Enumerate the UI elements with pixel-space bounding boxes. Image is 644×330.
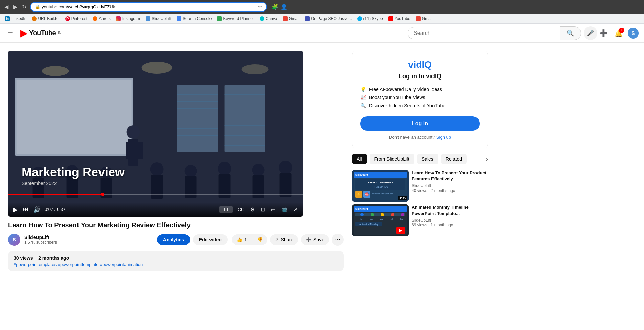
gmail2-icon bbox=[416, 16, 421, 21]
search-form: 🔍 🎤 bbox=[408, 26, 597, 40]
more-icon: ⋯ bbox=[335, 236, 340, 243]
sidebar: vidIQ Log in to vidIQ 💡 Free AI-powered … bbox=[352, 51, 488, 271]
related-video-2-meta: 69 views · 1 month ago bbox=[412, 223, 488, 227]
channel-row: S SlideUpLift 1.57K subscribers Analytic… bbox=[8, 234, 344, 246]
tab-related[interactable]: Related bbox=[441, 154, 467, 164]
channel-avatar[interactable]: S bbox=[8, 234, 20, 246]
theater-mode-button[interactable]: ▭ bbox=[270, 206, 277, 213]
tab-from-slideuplift[interactable]: From SlideUpLift bbox=[370, 154, 414, 164]
bookmark-search-console[interactable]: Search Console bbox=[174, 15, 214, 22]
bookmark-url-builder[interactable]: URL Builder bbox=[29, 15, 62, 22]
edit-video-button[interactable]: Edit video bbox=[193, 234, 228, 245]
bookmark-keyword-planner[interactable]: Keyword Planner bbox=[215, 15, 256, 22]
svg-rect-42 bbox=[8, 51, 303, 217]
svg-point-61 bbox=[371, 213, 374, 216]
save-button[interactable]: ➕ Save bbox=[301, 234, 329, 245]
related-video-2[interactable]: SlideUpLift Jan Mar May Jul Sep bbox=[352, 204, 488, 236]
address-bar[interactable] bbox=[42, 4, 256, 9]
play-button[interactable]: ▶ bbox=[12, 205, 18, 214]
search-button[interactable]: 🔍 bbox=[560, 26, 581, 40]
vidiq-title: Log in to vidIQ bbox=[360, 73, 480, 80]
address-bar-container[interactable]: 🔒 ☆ bbox=[30, 2, 267, 12]
like-dislike-group: 👍 1 👎 bbox=[232, 234, 267, 245]
bookmark-linkedin[interactable]: in LinkedIn bbox=[3, 15, 29, 22]
tab-all[interactable]: All bbox=[352, 154, 367, 164]
video-progress-bar[interactable] bbox=[8, 194, 303, 195]
search-console-icon bbox=[177, 16, 181, 21]
video-progress-filled bbox=[8, 194, 103, 195]
skip-button[interactable]: ⏭ bbox=[22, 205, 29, 214]
more-actions-button[interactable]: ⋯ bbox=[332, 234, 344, 246]
svg-point-63 bbox=[391, 213, 394, 216]
vidiq-login-button[interactable]: Log in bbox=[360, 116, 480, 131]
forward-button[interactable]: ▶ bbox=[12, 3, 19, 11]
vidiq-signup-link[interactable]: Sign up bbox=[436, 135, 451, 140]
slideuplift-icon bbox=[146, 16, 150, 21]
channel-name[interactable]: SlideUpLift bbox=[24, 235, 153, 240]
analytics-button[interactable]: Analytics bbox=[157, 234, 190, 245]
related-video-2-channel: SlideUpLift bbox=[412, 218, 488, 223]
view-count: 30 views bbox=[14, 255, 33, 261]
tabs-scroll-right[interactable]: › bbox=[486, 156, 488, 163]
subtitles-button[interactable]: CC bbox=[236, 206, 246, 213]
bookmark-instagram[interactable]: Instagram bbox=[114, 15, 142, 22]
tab-sales[interactable]: Sales bbox=[417, 154, 438, 164]
hamburger-menu[interactable]: ☰ bbox=[5, 27, 15, 39]
svg-text:Jan: Jan bbox=[360, 218, 362, 220]
reload-button[interactable]: ↻ bbox=[20, 3, 28, 11]
bookmark-canva[interactable]: Canva bbox=[257, 15, 280, 22]
vidiq-signup-text: Don't have an account? bbox=[389, 135, 435, 140]
ahrefs-icon bbox=[93, 16, 97, 21]
chapters-button[interactable]: ⏸⏸ bbox=[219, 206, 233, 213]
thumbs-down-icon: 👎 bbox=[257, 237, 263, 242]
video-tags[interactable]: #powerpointtemplates #powerpointtemplate… bbox=[14, 262, 338, 267]
create-button[interactable]: ➕ bbox=[597, 27, 610, 39]
share-button[interactable]: ↗ Share bbox=[270, 234, 298, 245]
video-player[interactable]: Marketing Review September 2022 ▶ ⏭ 🔊 0:… bbox=[8, 51, 303, 217]
bookmark-gmail2[interactable]: Gmail bbox=[414, 15, 435, 22]
fullscreen-button[interactable]: ⤢ bbox=[292, 206, 299, 213]
bookmark-star-icon[interactable]: ☆ bbox=[258, 4, 262, 10]
youtube-logo[interactable]: ▶ YouTube IN bbox=[20, 27, 61, 39]
like-button[interactable]: 👍 1 bbox=[232, 234, 252, 245]
svg-text:▶: ▶ bbox=[399, 228, 402, 232]
notifications-button[interactable]: 🔔 1 bbox=[613, 27, 625, 39]
video-background bbox=[8, 51, 303, 217]
bookmark-youtube[interactable]: YouTube bbox=[386, 15, 413, 22]
vidiq-logo-prefix: vid bbox=[408, 59, 422, 70]
profile-button[interactable]: 👤 bbox=[281, 4, 287, 10]
mute-button[interactable]: 🔊 bbox=[32, 205, 41, 214]
extensions-button[interactable]: 🧩 bbox=[272, 4, 279, 10]
bookmark-pinterest[interactable]: P Pinterest bbox=[63, 15, 90, 22]
miniplayer-button[interactable]: ⊡ bbox=[260, 206, 266, 213]
more-button[interactable]: ⋮ bbox=[289, 4, 295, 10]
back-button[interactable]: ◀ bbox=[3, 3, 10, 11]
bookmark-skype[interactable]: (11) Skype bbox=[355, 15, 385, 22]
settings-button[interactable]: ⚙ bbox=[249, 206, 256, 213]
youtube-header: ☰ ▶ YouTube IN 🔍 🎤 ➕ 🔔 1 S bbox=[0, 24, 644, 43]
dislike-button[interactable]: 👎 bbox=[252, 234, 267, 245]
browser-nav-buttons: ◀ ▶ ↻ bbox=[3, 3, 28, 11]
related-tabs: All From SlideUpLift Sales Related › bbox=[352, 154, 488, 164]
vidiq-signup-row: Don't have an account? Sign up bbox=[360, 135, 480, 140]
bookmark-slideuuplift[interactable]: SlideUpLift bbox=[143, 15, 174, 22]
cast-button[interactable]: 📺 bbox=[280, 206, 289, 213]
search-input[interactable] bbox=[408, 27, 560, 39]
vidiq-widget: vidIQ Log in to vidIQ 💡 Free AI-powered … bbox=[352, 51, 488, 148]
video-overlay-date: September 2022 bbox=[22, 181, 125, 186]
related-video-1-channel: SlideUpLift bbox=[412, 183, 488, 188]
video-meta[interactable]: 30 views 2 months ago #powerpointtemplat… bbox=[8, 251, 344, 271]
related-video-1-meta: 40 views · 2 months ago bbox=[412, 188, 488, 193]
video-progress-dot bbox=[101, 193, 104, 196]
channel-initial: S bbox=[13, 237, 16, 242]
svg-text:🎯: 🎯 bbox=[365, 192, 369, 196]
bookmark-on-page-seo[interactable]: On Page SEO Jasve... bbox=[303, 15, 354, 22]
gmail-icon bbox=[283, 16, 288, 21]
time-display: 0:07 / 0:37 bbox=[45, 207, 65, 212]
channel-actions: Analytics Edit video bbox=[157, 234, 228, 245]
profile-avatar-button[interactable]: S bbox=[628, 28, 639, 39]
mic-button[interactable]: 🎤 bbox=[584, 26, 597, 40]
related-video-1[interactable]: SlideUpLift PRODUCT FEATURES PRESENTATIO… bbox=[352, 170, 488, 202]
bookmark-ahrefs[interactable]: Ahrefs bbox=[90, 15, 113, 22]
bookmark-gmail[interactable]: Gmail bbox=[281, 15, 302, 22]
